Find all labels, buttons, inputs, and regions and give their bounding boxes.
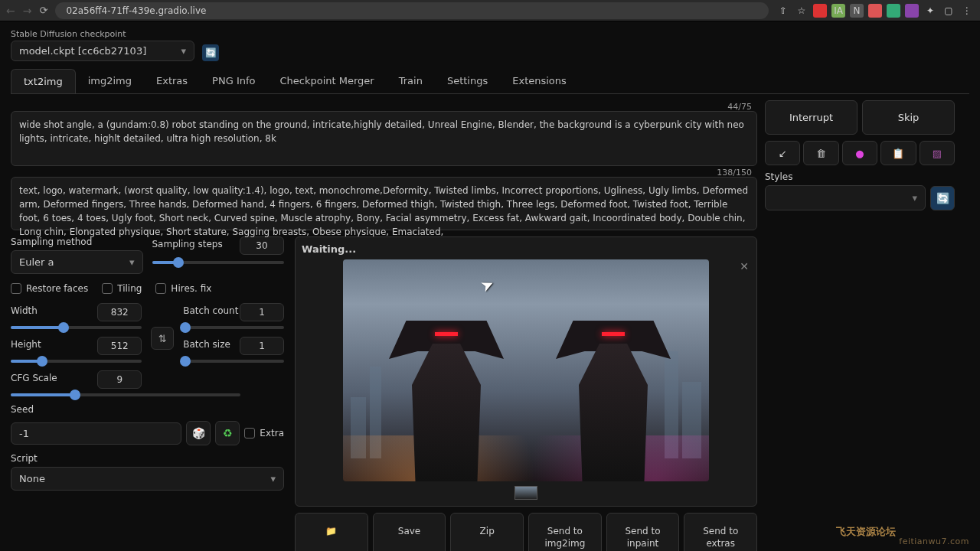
batch-count-slider[interactable] (183, 326, 284, 329)
arrow-tool-button[interactable]: ↙ (765, 141, 800, 165)
refresh-checkpoint-button[interactable]: 🔄 (202, 44, 219, 61)
script-select[interactable]: None ▾ (11, 467, 284, 491)
extra-seed-check[interactable]: Extra (244, 428, 284, 439)
apply-styles-button[interactable]: 🔄 (930, 186, 955, 210)
tab-txt2img[interactable]: txt2img (11, 69, 76, 93)
batch-size-label: Batch size (183, 339, 230, 350)
preview-image[interactable] (343, 259, 709, 481)
width-label: Width (11, 305, 38, 316)
sampling-steps-label: Sampling steps (152, 239, 223, 249)
image-tool-button[interactable]: ▨ (920, 141, 955, 165)
width-input[interactable]: 832 (97, 303, 142, 321)
open-folder-button[interactable]: 📁 (295, 513, 368, 551)
batch-size-slider[interactable] (183, 360, 284, 363)
sampling-method-select[interactable]: Euler a ▾ (11, 250, 143, 274)
chevron-down-icon: ▾ (912, 192, 917, 204)
main-tabs: txt2img img2img Extras PNG Info Checkpoi… (11, 69, 969, 94)
browser-chrome: ← → ⟳ 02a56ff4-71ff-439e.gradio.live ⇧ ☆… (0, 0, 980, 21)
prompt-text: wide shot angle, a (gundam:0.8) robot st… (19, 119, 744, 144)
batch-size-input[interactable]: 1 (240, 337, 284, 355)
share-icon[interactable]: ⇧ (776, 4, 790, 18)
send-to-extras-button[interactable]: Send to extras (684, 513, 757, 551)
close-preview-icon[interactable]: ✕ (740, 260, 749, 272)
preview-thumbnail[interactable] (514, 486, 537, 500)
paint-tool-button[interactable]: ● (842, 141, 877, 165)
tab-extras[interactable]: Extras (144, 69, 200, 93)
preview-status: Waiting... (302, 243, 750, 255)
tab-img2img[interactable]: img2img (76, 69, 144, 93)
ext-icon-6[interactable] (905, 4, 919, 18)
checkpoint-select[interactable]: model.ckpt [cc6cb27103] ▾ (11, 41, 194, 61)
ext-icon-1[interactable] (813, 4, 827, 18)
cfg-label: CFG Scale (11, 373, 57, 383)
watermark-text-2: 飞天资源论坛 (836, 525, 896, 539)
save-button[interactable]: Save (373, 513, 446, 551)
random-seed-button[interactable]: 🎲 (186, 421, 211, 445)
script-label: Script (11, 453, 284, 464)
sampling-method-value: Euler a (19, 256, 54, 268)
hires-fix-check[interactable]: Hires. fix (155, 283, 211, 294)
send-to-img2img-button[interactable]: Send to img2img (528, 513, 602, 551)
star-icon[interactable]: ☆ (795, 4, 808, 18)
zip-button[interactable]: Zip (450, 513, 524, 551)
checkpoint-value: model.ckpt [cc6cb27103] (19, 45, 146, 57)
tab-settings[interactable]: Settings (435, 69, 500, 93)
ext-icon-2[interactable]: IA (831, 4, 845, 18)
reload-icon[interactable]: ⟳ (39, 5, 47, 16)
sampling-steps-input[interactable]: 30 (240, 236, 284, 255)
url-bar[interactable]: 02a56ff4-71ff-439e.gradio.live (55, 2, 769, 19)
interrupt-button[interactable]: Interrupt (765, 100, 858, 135)
ext-icon-4[interactable] (868, 4, 882, 18)
puzzle-icon[interactable]: ✦ (923, 4, 937, 18)
width-slider[interactable] (11, 326, 142, 329)
tiling-check[interactable]: Tiling (102, 283, 142, 294)
seed-input[interactable]: -1 (11, 422, 181, 445)
chevron-down-icon: ▾ (129, 256, 135, 268)
styles-select[interactable]: ▾ (765, 185, 926, 210)
clipboard-tool-button[interactable]: 📋 (880, 141, 916, 165)
forward-arrow[interactable]: → (23, 5, 32, 17)
trash-tool-button[interactable]: 🗑 (803, 141, 838, 165)
restore-faces-check[interactable]: Restore faces (11, 283, 88, 294)
batch-count-label: Batch count (183, 305, 238, 316)
swap-dimensions-button[interactable]: ⇅ (151, 327, 174, 350)
back-arrow[interactable]: ← (6, 5, 15, 17)
seed-label: Seed (11, 404, 284, 415)
styles-label: Styles (765, 171, 955, 182)
reuse-seed-button[interactable]: ♻ (215, 421, 240, 445)
skip-button[interactable]: Skip (862, 100, 955, 135)
send-to-inpaint-button[interactable]: Send to inpaint (606, 513, 680, 551)
height-slider[interactable] (11, 360, 142, 363)
ext-icon-3[interactable]: N (850, 4, 864, 18)
negative-prompt-text: text, logo, watermark, (worst quality, l… (19, 185, 748, 237)
script-value: None (19, 473, 45, 484)
height-label: Height (11, 339, 41, 350)
prompt-token-count: 44/75 (727, 101, 752, 114)
chevron-down-icon: ▾ (270, 473, 276, 484)
window-icon[interactable]: ▢ (942, 4, 956, 18)
cfg-slider[interactable] (11, 393, 240, 396)
batch-count-input[interactable]: 1 (240, 303, 284, 321)
preview-container: Waiting... ✕ (295, 236, 757, 507)
tab-train[interactable]: Train (387, 69, 435, 93)
height-input[interactable]: 512 (97, 337, 142, 355)
menu-icon[interactable]: ⋮ (960, 4, 974, 18)
tab-checkpoint-merger[interactable]: Checkpoint Merger (267, 69, 386, 93)
prompt-input[interactable]: 44/75 wide shot angle, a (gundam:0.8) ro… (11, 111, 757, 166)
cfg-input[interactable]: 9 (97, 370, 142, 389)
negative-prompt-input[interactable]: 138/150 text, logo, watermark, (worst qu… (11, 177, 757, 230)
negative-prompt-token-count: 138/150 (717, 167, 752, 180)
checkpoint-label: Stable Diffusion checkpoint (11, 29, 194, 39)
ext-icon-5[interactable] (887, 4, 900, 18)
chevron-down-icon: ▾ (181, 45, 186, 57)
sampling-steps-slider[interactable] (152, 261, 285, 264)
tab-pnginfo[interactable]: PNG Info (200, 69, 267, 93)
watermark-text: feitianwu7.com (899, 536, 969, 546)
tab-extensions[interactable]: Extensions (500, 69, 579, 93)
